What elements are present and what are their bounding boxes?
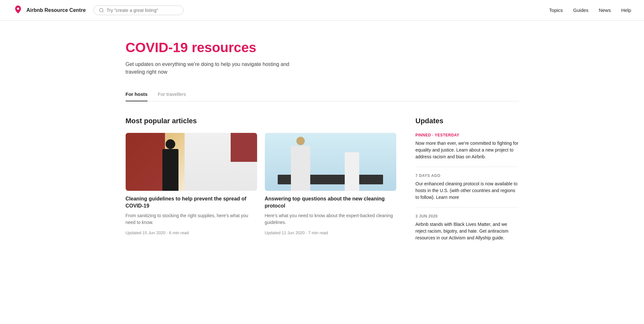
article-image-2 xyxy=(265,133,396,191)
search-icon xyxy=(99,8,104,13)
curtain-right xyxy=(231,133,257,162)
article-card-2[interactable]: Answering top questions about the new cl… xyxy=(265,133,396,236)
airbnb-logo-icon xyxy=(13,5,23,15)
update-item-1: PINNED · YESTERDAY Now more than ever, w… xyxy=(416,133,519,167)
updates-section: Updates PINNED · YESTERDAY Now more than… xyxy=(416,117,519,254)
update-1-meta: PINNED · YESTERDAY xyxy=(416,133,519,137)
update-2-meta: 7 DAYS AGO xyxy=(416,173,519,178)
article-2-title: Answering top questions about the new cl… xyxy=(265,195,396,210)
updates-section-title: Updates xyxy=(416,117,519,125)
article-1-meta: Updated 15 Jun 2020 · 6 min read xyxy=(126,230,189,235)
nav-guides[interactable]: Guides xyxy=(573,7,589,13)
nav-help[interactable]: Help xyxy=(621,7,631,13)
update-1-text[interactable]: Now more than ever, we're committed to f… xyxy=(416,140,519,160)
hero-description: Get updates on everything we're doing to… xyxy=(126,60,306,76)
content-layout: Most popular articles Cleaning guideline… xyxy=(126,117,519,254)
tabs-bar: For hosts For travellers xyxy=(126,91,519,101)
article-2-meta: Updated 11 Jun 2020 · 7 min read xyxy=(265,230,328,235)
tab-for-hosts[interactable]: For hosts xyxy=(126,91,148,101)
article-1-desc: From sanitizing to stocking the right su… xyxy=(126,212,257,226)
update-item-3: 3 JUN 2020 Airbnb stands with Black Live… xyxy=(416,214,519,248)
article-1-title: Cleaning guidelines to help prevent the … xyxy=(126,195,257,210)
page-title: COVID-19 resources xyxy=(126,40,519,55)
update-3-meta: 3 JUN 2020 xyxy=(416,214,519,218)
articles-grid: Cleaning guidelines to help prevent the … xyxy=(126,133,396,236)
update-2-text[interactable]: Our enhanced cleaning protocol is now av… xyxy=(416,181,519,201)
person-silhouette xyxy=(162,149,178,191)
curtain-left xyxy=(126,133,165,191)
articles-section-title: Most popular articles xyxy=(126,117,396,125)
article-image-1 xyxy=(126,133,257,191)
update-3-text[interactable]: Airbnb stands with Black Lives Matter, a… xyxy=(416,221,519,241)
main-nav: Topics Guides News Help xyxy=(549,7,631,13)
nav-topics[interactable]: Topics xyxy=(549,7,563,13)
nav-news[interactable]: News xyxy=(599,7,611,13)
site-title: Airbnb Resource Centre xyxy=(26,7,86,13)
hero-section: COVID-19 resources Get updates on everyt… xyxy=(126,40,519,76)
update-item-2: 7 DAYS AGO Our enhanced cleaning protoco… xyxy=(416,173,519,208)
main-content: COVID-19 resources Get updates on everyt… xyxy=(113,21,532,280)
search-box[interactable] xyxy=(93,5,184,15)
search-input[interactable] xyxy=(107,8,178,13)
tab-for-travellers[interactable]: For travellers xyxy=(158,91,186,101)
lab-person-1 xyxy=(291,146,310,191)
article-card-1[interactable]: Cleaning guidelines to help prevent the … xyxy=(126,133,257,236)
lab-person-2 xyxy=(345,152,359,191)
article-2-desc: Here's what you need to know about the e… xyxy=(265,212,396,226)
header: Airbnb Resource Centre Topics Guides New… xyxy=(0,0,644,21)
articles-section: Most popular articles Cleaning guideline… xyxy=(126,117,396,254)
logo-link[interactable]: Airbnb Resource Centre xyxy=(13,5,86,15)
svg-point-0 xyxy=(100,8,103,12)
